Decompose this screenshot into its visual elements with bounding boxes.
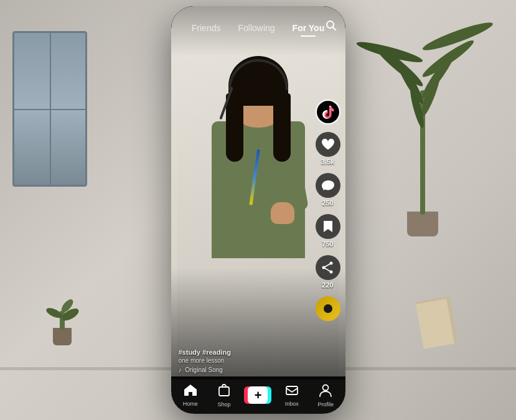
- svg-line-6: [324, 268, 331, 272]
- right-action-buttons: 3.5k 250 750: [316, 100, 340, 321]
- bookmark-icon-container: [316, 214, 340, 239]
- nav-friends[interactable]: Friends: [183, 21, 230, 35]
- avatar-icon: [316, 100, 340, 124]
- like-icon-container: [316, 132, 340, 157]
- window-decoration: [12, 31, 87, 187]
- share-icon-container: [316, 255, 340, 280]
- like-count: 3.5k: [321, 158, 334, 166]
- nav-profile[interactable]: Profile: [312, 383, 339, 408]
- search-icon[interactable]: [326, 20, 337, 34]
- song-name: Original Song: [185, 366, 223, 373]
- create-plus-button[interactable]: +: [244, 386, 271, 404]
- bookmark-count: 750: [322, 240, 333, 248]
- comment-button[interactable]: 250: [316, 173, 340, 207]
- profile-label: Profile: [317, 401, 334, 408]
- inbox-icon: [286, 384, 298, 399]
- music-disc-inner: [324, 304, 332, 313]
- like-button[interactable]: 3.5k: [316, 132, 340, 166]
- bookmark-button[interactable]: 750: [316, 214, 340, 248]
- comment-count: 250: [322, 199, 333, 207]
- share-count: 220: [322, 281, 333, 289]
- plant-right: [367, 37, 479, 236]
- share-button[interactable]: 220: [316, 255, 340, 289]
- nav-home[interactable]: Home: [177, 384, 204, 407]
- music-note-icon: ♪: [179, 366, 182, 373]
- video-caption: one more lesson: [179, 357, 308, 364]
- bottom-navigation: Home Shop +: [171, 376, 345, 414]
- svg-line-1: [332, 27, 335, 30]
- music-disc[interactable]: [316, 296, 340, 321]
- svg-rect-8: [286, 386, 298, 394]
- svg-line-5: [324, 263, 331, 268]
- inbox-label: Inbox: [285, 401, 299, 407]
- svg-rect-7: [219, 387, 229, 396]
- svg-point-9: [323, 385, 329, 390]
- profile-icon: [319, 383, 332, 400]
- home-icon: [184, 384, 197, 399]
- home-label: Home: [183, 401, 198, 407]
- phone-container: Friends Following For You: [171, 6, 345, 414]
- video-info: #study #reading one more lesson ♪ Origin…: [179, 348, 308, 373]
- video-hashtags: #study #reading: [179, 348, 308, 356]
- phone-screen: Friends Following For You: [171, 6, 345, 414]
- plus-white-bg: +: [248, 386, 268, 404]
- shop-label: Shop: [218, 401, 231, 408]
- nav-create[interactable]: +: [244, 386, 271, 404]
- top-navigation: Friends Following For You: [171, 6, 345, 40]
- nav-following[interactable]: Following: [229, 21, 283, 35]
- video-song: ♪ Original Song: [179, 366, 308, 373]
- plant-left: [37, 283, 87, 345]
- shop-icon: [218, 383, 230, 400]
- creator-avatar-btn[interactable]: [316, 100, 340, 124]
- nav-inbox[interactable]: Inbox: [278, 384, 306, 407]
- nav-shop[interactable]: Shop: [210, 383, 238, 408]
- comment-icon-container: [316, 173, 340, 198]
